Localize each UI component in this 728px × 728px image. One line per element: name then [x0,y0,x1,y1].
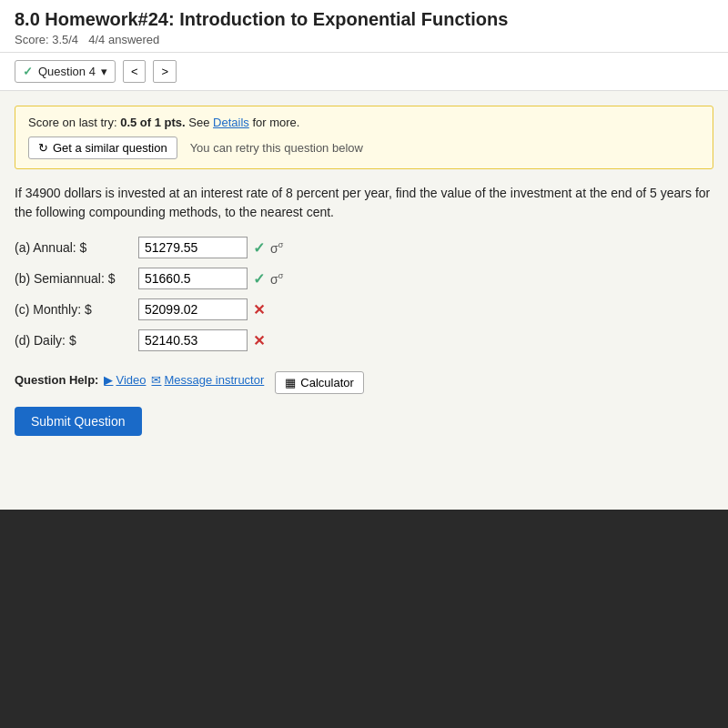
next-button[interactable]: > [153,60,177,83]
prev-button[interactable]: < [123,60,147,83]
retry-text: You can retry this question below [190,141,363,155]
submit-section: Submit Question [15,394,713,436]
dark-background [0,510,728,728]
message-instructor-link[interactable]: ✉ Message instructor [151,373,264,387]
input-a[interactable] [138,237,248,258]
help-label: Question Help: [15,373,98,387]
label-b: (b) Semiannual: $ [15,271,133,286]
question-help: Question Help: ▶ Video ✉ Message instruc… [15,366,713,394]
video-link[interactable]: ▶ Video [104,373,146,387]
question-select[interactable]: ✓ Question 4 ▾ [15,60,116,83]
page-container: 8.0 Homework#24: Introduction to Exponen… [0,0,728,510]
label-d: (d) Daily: $ [15,333,133,348]
score-box-text: Score on last try: 0.5 of 1 pts. See Det… [28,116,700,129]
video-play-icon: ▶ [104,373,113,387]
page-title: 8.0 Homework#24: Introduction to Exponen… [15,9,713,30]
calculator-label: Calculator [300,376,354,389]
score-box: Score on last try: 0.5 of 1 pts. See Det… [15,106,713,169]
check-icon: ✓ [23,65,33,78]
answered-text: 4/4 answered [82,33,159,46]
dropdown-arrow-icon: ▾ [101,65,107,78]
nav-bar: ✓ Question 4 ▾ < > [0,53,728,91]
for-more-text: for more. [252,116,299,129]
status-x-d: ✕ [253,332,265,349]
content-area: Score on last try: 0.5 of 1 pts. See Det… [0,91,728,450]
status-check-a: ✓ [253,239,265,257]
answer-row-b: (b) Semiannual: $ ✓ σσ [15,268,713,289]
label-c: (c) Monthly: $ [15,302,133,317]
envelope-icon: ✉ [151,373,161,387]
question-text: If 34900 dollars is invested at an inter… [15,184,713,222]
sigma-icon-a[interactable]: σσ [270,240,283,256]
score-info: Score: 3.5/4 4/4 answered [15,32,713,46]
refresh-icon: ↻ [38,141,48,155]
answer-row-a: (a) Annual: $ ✓ σσ [15,237,713,258]
score-bold: 0.5 of 1 pts. [120,116,186,129]
submit-button[interactable]: Submit Question [15,407,142,436]
score-text: Score: 3.5/4 [15,33,78,46]
label-a: (a) Annual: $ [15,240,133,255]
similar-btn-label: Get a similar question [53,141,167,155]
details-prefix: See [188,116,213,129]
input-b[interactable] [138,268,248,289]
message-label: Message instructor [164,373,264,387]
details-link[interactable]: Details [213,116,249,129]
answer-row-d: (d) Daily: $ ✕ [15,329,713,351]
calculator-icon: ▦ [285,376,296,389]
status-x-c: ✕ [253,301,265,318]
input-c[interactable] [138,298,248,320]
question-select-label: Question 4 [38,65,96,78]
answers-section: (a) Annual: $ ✓ σσ (b) Semiannual: $ ✓ σ… [15,237,713,351]
calculator-button[interactable]: ▦ Calculator [275,371,364,394]
score-box-actions: ↻ Get a similar question You can retry t… [28,136,700,159]
input-d[interactable] [138,329,248,351]
video-label: Video [116,373,146,387]
similar-question-button[interactable]: ↻ Get a similar question [28,136,177,159]
header: 8.0 Homework#24: Introduction to Exponen… [0,0,728,53]
status-check-b: ✓ [253,270,265,288]
answer-row-c: (c) Monthly: $ ✕ [15,298,713,320]
sigma-icon-b[interactable]: σσ [270,271,283,287]
